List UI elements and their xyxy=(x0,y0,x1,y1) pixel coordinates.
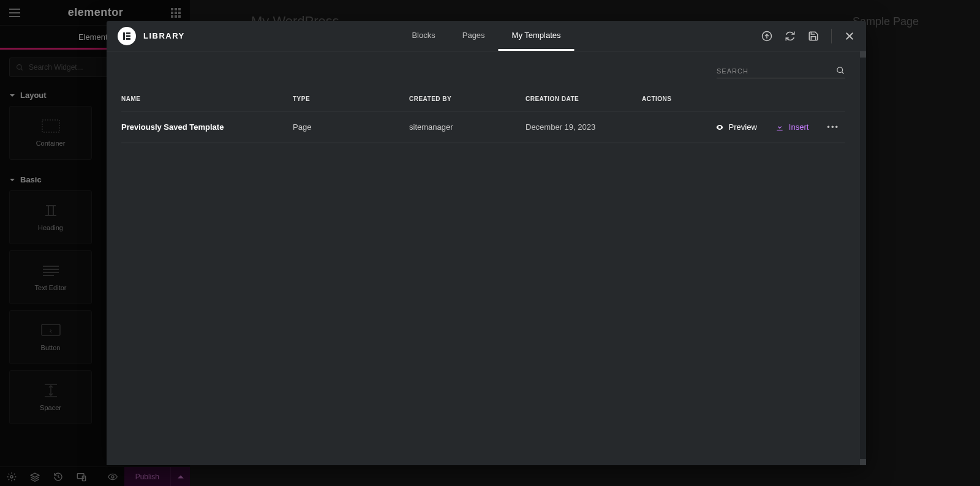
template-search-input[interactable] xyxy=(717,67,831,75)
tab-pages[interactable]: Pages xyxy=(449,21,499,51)
preview-button[interactable]: Preview xyxy=(715,122,757,132)
close-button[interactable] xyxy=(844,31,855,42)
svg-rect-17 xyxy=(126,35,130,37)
table-header: NAME TYPE CREATED BY CREATION DATE ACTIO… xyxy=(121,84,845,111)
elementor-logo-icon xyxy=(118,27,136,45)
library-modal: LIBRARY Blocks Pages My Templates NAME T… xyxy=(107,21,866,465)
modal-header: LIBRARY Blocks Pages My Templates xyxy=(107,21,866,51)
svg-rect-16 xyxy=(126,32,130,34)
save-button[interactable] xyxy=(808,31,819,42)
col-actions: ACTIONS xyxy=(642,95,845,102)
svg-point-22 xyxy=(837,67,843,73)
template-date: December 19, 2023 xyxy=(526,122,642,132)
col-name[interactable]: NAME xyxy=(121,95,293,102)
search-icon xyxy=(836,66,845,75)
col-type[interactable]: TYPE xyxy=(293,95,409,102)
svg-rect-18 xyxy=(126,38,130,40)
tab-my-templates[interactable]: My Templates xyxy=(499,21,575,51)
preview-label: Preview xyxy=(729,122,757,132)
insert-button[interactable]: Insert xyxy=(775,122,809,132)
download-icon xyxy=(775,123,784,132)
template-name: Previously Saved Template xyxy=(121,122,293,132)
more-actions-button[interactable]: ••• xyxy=(827,122,845,132)
tab-blocks[interactable]: Blocks xyxy=(398,21,448,51)
svg-rect-15 xyxy=(123,32,125,40)
insert-label: Insert xyxy=(789,122,809,132)
modal-body: NAME TYPE CREATED BY CREATION DATE ACTIO… xyxy=(107,51,860,465)
sync-button[interactable] xyxy=(785,31,796,42)
template-author: sitemanager xyxy=(409,122,526,132)
scroll-up-button[interactable] xyxy=(860,51,866,58)
template-search[interactable] xyxy=(717,66,845,78)
scrollbar[interactable] xyxy=(860,51,866,465)
table-row: Previously Saved Template Page sitemanag… xyxy=(121,111,845,143)
eye-icon xyxy=(715,123,724,132)
col-created-by[interactable]: CREATED BY xyxy=(409,95,526,102)
divider xyxy=(831,29,832,43)
template-type: Page xyxy=(293,122,409,132)
scroll-down-button[interactable] xyxy=(860,459,866,465)
templates-table: NAME TYPE CREATED BY CREATION DATE ACTIO… xyxy=(107,84,860,143)
modal-tabs: Blocks Pages My Templates xyxy=(398,21,574,51)
import-button[interactable] xyxy=(761,31,772,42)
row-actions: Preview Insert ••• xyxy=(642,122,845,132)
svg-line-23 xyxy=(842,72,843,73)
modal-title: LIBRARY xyxy=(143,31,185,40)
col-creation-date[interactable]: CREATION DATE xyxy=(526,95,642,102)
